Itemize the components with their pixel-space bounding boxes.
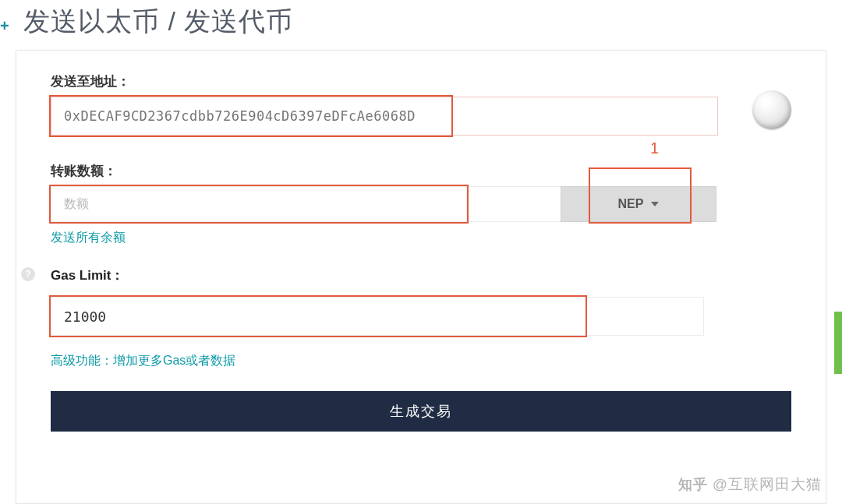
amount-input[interactable] [51,186,467,222]
chevron-down-icon [651,202,659,206]
advanced-options-link[interactable]: 高级功能：增加更多Gas或者数据 [51,354,235,367]
annotation-label-1: 1 [650,139,659,157]
amount-spacer [467,186,561,222]
generate-transaction-button[interactable]: 生成交易 [51,391,791,432]
send-form-card: 发送至地址： 1 转账数额： NEP 发送所有余额 [16,50,826,504]
address-input[interactable] [51,97,718,136]
amount-label: 转账数额： [51,162,791,180]
gas-limit-label: Gas Limit： [51,266,791,284]
watermark-author: @互联网田大猫 [713,474,822,495]
nav-indicator-icon: + [0,17,9,35]
token-selected-label: NEP [618,197,644,211]
watermark: 知乎 @互联网田大猫 [678,474,822,495]
address-identicon-icon [752,90,791,129]
page-title: 发送以太币 / 发送代币 [23,4,293,40]
send-all-balance-link[interactable]: 发送所有余额 [51,231,126,244]
zhihu-logo-icon: 知乎 [678,475,708,494]
help-icon[interactable]: ? [21,267,35,281]
gas-limit-input[interactable] [51,297,704,336]
token-select[interactable]: NEP [561,186,716,222]
edge-accent [834,312,842,374]
address-label: 发送至地址： [51,72,791,90]
